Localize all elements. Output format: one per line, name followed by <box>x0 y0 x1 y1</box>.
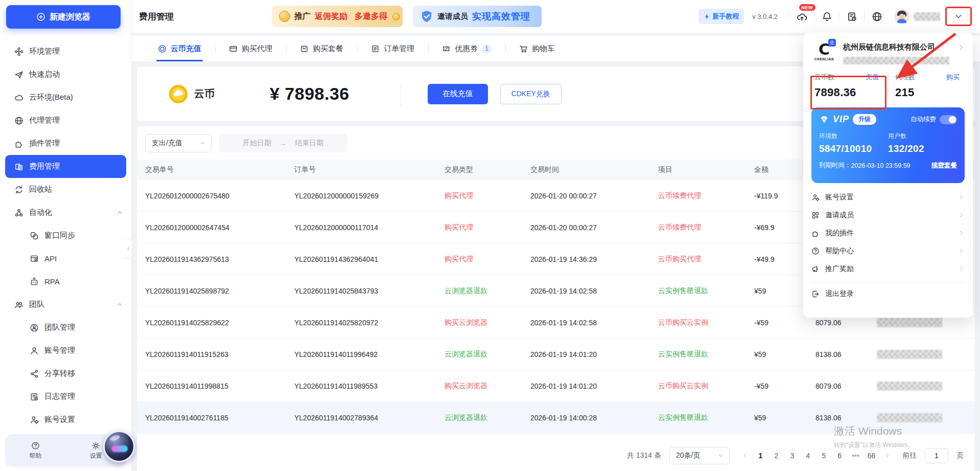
sidebar-item-插件管理[interactable]: 插件管理 <box>0 132 131 155</box>
sidebar-item-回收站[interactable]: 回收站 <box>0 178 131 201</box>
tutorial-label: 新手教程 <box>712 12 739 21</box>
promo-banner-invite[interactable]: 邀请成员 实现高效管理 <box>413 6 542 27</box>
assistant-robot-avatar[interactable] <box>103 431 135 462</box>
cell-transaction-id: YL2026011914011998815 <box>145 382 294 390</box>
log-icon <box>30 392 39 401</box>
cell-transaction-type: 云浏览器退款 <box>445 350 530 359</box>
sidebar-item-日志管理[interactable]: 日志管理 <box>0 385 131 408</box>
tab-购物车[interactable]: 购物车 <box>505 36 569 61</box>
cloud-sync-button[interactable]: NEW <box>793 8 810 25</box>
puzzle-icon <box>811 229 820 237</box>
coin-stat-value: 7898.36 <box>814 86 879 99</box>
expire-value: 2026-03-10 23:59:59 <box>851 162 911 169</box>
sidebar-item-账号设置[interactable]: 账号设置 <box>0 408 131 431</box>
chevron-down-icon[interactable] <box>954 12 963 21</box>
tab-订单管理[interactable]: 订单管理 <box>357 36 428 61</box>
auto-renew-toggle[interactable] <box>940 115 957 124</box>
recharge-link[interactable]: 充值 <box>866 73 879 82</box>
total-count: 共 1314 条 <box>627 451 661 460</box>
sidebar-item-自动化[interactable]: 自动化 <box>0 201 131 224</box>
sidebar-item-云环境(Beta)[interactable]: 云环境(Beta) <box>0 86 131 109</box>
page-button-2[interactable]: 2 <box>769 448 783 463</box>
api-icon <box>30 254 39 263</box>
cell-transaction-time: 2026-01-20 00:00:27 <box>530 223 658 232</box>
sidebar-item-RPA[interactable]: RPA <box>0 270 131 293</box>
sidebar-item-分享转移[interactable]: 分享转移 <box>0 362 131 385</box>
sidebar-item-API[interactable]: API <box>0 247 131 270</box>
user-avatar[interactable] <box>894 9 909 24</box>
goto-page-input[interactable] <box>925 448 948 463</box>
cell-item: 云实例售罄退款 <box>658 286 754 296</box>
coin-stat-label: 云币数 <box>814 73 834 82</box>
settings-button[interactable]: 设置 <box>90 441 102 460</box>
sidebar-item-label: 团队管理 <box>44 323 75 332</box>
page-button-6[interactable]: 6 <box>833 448 847 463</box>
account-stats: 云币数 充值 7898.36 代理数 购买 215 <box>811 73 965 99</box>
cart-icon <box>519 44 528 53</box>
chevron-right-icon <box>958 212 965 218</box>
sidebar-item-代理管理[interactable]: 代理管理 <box>0 109 131 132</box>
page-button-5[interactable]: 5 <box>817 448 831 463</box>
company-row[interactable]: C CHENLIAN 企 杭州辰链信息科技有限公司 <box>811 42 965 64</box>
new-browser-button[interactable]: 新建浏览器 <box>6 5 121 29</box>
table-row: YL2026011914011998815YL20260119140119895… <box>137 370 975 402</box>
next-page-button[interactable] <box>880 448 894 463</box>
transaction-type-select[interactable]: 支出/充值 <box>145 134 212 152</box>
page-button-3[interactable]: 3 <box>785 448 799 463</box>
tab-label: 购买套餐 <box>313 44 343 54</box>
sidebar-item-label: 日志管理 <box>44 392 75 401</box>
order-icon <box>371 44 380 53</box>
online-recharge-button[interactable]: 在线充值 <box>428 84 488 104</box>
sidebar-item-窗口同步[interactable]: 窗口同步 <box>0 224 131 247</box>
promo-banner-referral[interactable]: 推广 返佣奖励 多邀多得 <box>272 6 403 27</box>
sidebar-item-label: RPA <box>44 277 60 286</box>
globe-icon <box>872 11 882 22</box>
plus-circle-icon <box>36 12 45 21</box>
tab-购买代理[interactable]: 购买代理 <box>215 36 286 61</box>
buy-link[interactable]: 购买 <box>946 73 960 82</box>
menu-item-我的插件[interactable]: 我的插件 <box>811 224 965 242</box>
menu-item-帮助中心[interactable]: 帮助中心 <box>811 242 965 260</box>
page-button-4[interactable]: 4 <box>801 448 815 463</box>
vip-diamond-icon <box>819 115 829 125</box>
notifications-button[interactable] <box>818 8 835 25</box>
tab-云币充值[interactable]: 云币充值 <box>144 36 215 61</box>
sidebar-item-label: 环境管理 <box>29 47 60 56</box>
sidebar-item-费用管理[interactable]: 费用管理 <box>5 155 126 178</box>
sidebar-item-团队[interactable]: 团队 <box>0 293 131 316</box>
logout-button[interactable]: 退出登录 <box>811 282 965 305</box>
cell-transaction-id: YL2026011914011915263 <box>145 350 294 358</box>
tutorial-button[interactable]: 新手教程 <box>698 9 744 24</box>
env-count-stat: 环境数 5847/10010 <box>819 132 888 154</box>
cell-transaction-type: 购买代理 <box>445 223 530 232</box>
help-button[interactable]: 帮助 <box>29 441 41 460</box>
vip-upgrade-button[interactable]: 升级 <box>853 114 876 125</box>
sidebar-item-团队管理[interactable]: 团队管理 <box>0 316 131 339</box>
sidebar-item-环境管理[interactable]: 环境管理 <box>0 40 131 63</box>
tab-优惠券[interactable]: 优惠券1 <box>428 36 505 61</box>
language-button[interactable] <box>868 8 885 25</box>
date-range-picker[interactable]: 开始日期 → 结束日期 <box>219 134 347 152</box>
cdkey-redeem-button[interactable]: CDKEY兑换 <box>500 84 562 104</box>
page-size-select[interactable]: 20条/页 <box>669 447 730 464</box>
sidebar-collapse-handle[interactable] <box>125 238 132 259</box>
promo2-text-dark: 邀请成员 <box>437 12 468 21</box>
cell-transaction-type: 购买代理 <box>445 191 530 200</box>
share-icon <box>30 369 39 378</box>
renew-package-link[interactable]: 续费套餐 <box>931 161 957 170</box>
menu-item-账号设置[interactable]: 账号设置 <box>811 188 965 206</box>
end-date-placeholder: 结束日期 <box>295 139 323 148</box>
vip-title: VIP <box>833 114 849 125</box>
sidebar-item-账号管理[interactable]: 账号管理 <box>0 339 131 362</box>
page-button-•••[interactable]: ••• <box>849 448 862 463</box>
menu-item-推广奖励[interactable]: 推广奖励 <box>811 260 965 278</box>
page-button-66[interactable]: 66 <box>865 448 878 463</box>
page-button-1[interactable]: 1 <box>754 448 767 463</box>
logs-button[interactable] <box>843 8 860 25</box>
prev-page-button[interactable] <box>738 448 752 463</box>
tab-购买套餐[interactable]: 购买套餐 <box>286 36 357 61</box>
sidebar-item-快速启动[interactable]: 快速启动 <box>0 63 131 86</box>
menu-item-邀请成员[interactable]: 邀请成员 <box>811 206 965 224</box>
logout-icon <box>811 290 820 298</box>
logout-label: 退出登录 <box>825 289 854 299</box>
